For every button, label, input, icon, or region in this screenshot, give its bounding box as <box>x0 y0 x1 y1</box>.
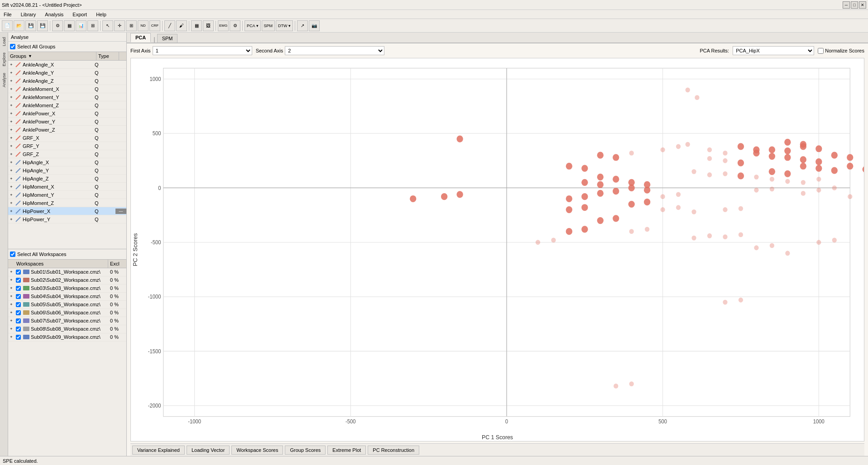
normalize-checkbox[interactable] <box>818 48 824 54</box>
group-row-2[interactable]: + AnkleAngle_Z Q <box>8 77 126 85</box>
grid-button[interactable]: ⊞ <box>87 20 98 31</box>
matrix-button[interactable]: ▦ <box>191 20 202 31</box>
svg-text:-500: -500 <box>151 239 161 245</box>
svg-point-123 <box>816 177 821 182</box>
group-row-12[interactable]: + HipAngle_X Q <box>8 158 126 166</box>
group-row-1[interactable]: + AnkleAngle_Y Q <box>8 69 126 77</box>
menu-file[interactable]: File <box>2 11 14 18</box>
group-type-1: Q <box>93 70 115 76</box>
new-button[interactable]: 📄 <box>2 20 13 31</box>
group-row-5[interactable]: + AnkleMoment_Z Q <box>8 101 126 109</box>
tab-pca[interactable]: PCA <box>130 33 151 43</box>
group-row-4[interactable]: + AnkleMoment_Y Q <box>8 93 126 101</box>
ws-checkbox-8[interactable] <box>16 335 21 340</box>
group-row-0[interactable]: + AnkleAngle_X Q <box>8 61 126 69</box>
image-button[interactable]: 🖼 <box>203 20 214 31</box>
first-axis-select[interactable]: 123 <box>153 46 252 55</box>
ws-row-0[interactable]: + Sub01\Sub01_Workspace.cmz\ 0 % <box>8 268 126 276</box>
select-all-workspaces-checkbox[interactable] <box>10 251 15 257</box>
ws-row-5[interactable]: + Sub06\Sub06_Workspace.cmz\ 0 % <box>8 309 126 317</box>
group-row-19[interactable]: + HipPower_Y Q <box>8 215 126 223</box>
menu-analysis[interactable]: Analysis <box>43 11 65 18</box>
spm-button[interactable]: SPM <box>262 20 275 31</box>
open-button[interactable]: 📂 <box>14 20 24 31</box>
group-row-6[interactable]: + AnklePower_X Q <box>8 109 126 118</box>
group-action-18[interactable]: — <box>115 209 126 214</box>
group-row-3[interactable]: + AnkleMoment_X Q <box>8 85 126 93</box>
pca-results-select[interactable]: PCA_HipX <box>733 46 814 55</box>
camera-button[interactable]: 📷 <box>309 20 320 31</box>
group-row-18[interactable]: + HipPower_X Q — <box>8 207 126 215</box>
group-row-16[interactable]: + HipMoment_Y Q <box>8 191 126 199</box>
ws-row-1[interactable]: + Sub02\Sub02_Workspace.cmz\ 0 % <box>8 276 126 285</box>
menu-help[interactable]: Help <box>94 11 108 18</box>
group-row-9[interactable]: + GRF_X Q <box>8 134 126 142</box>
group-row-11[interactable]: + GRF_Z Q <box>8 150 126 158</box>
save-button[interactable]: 💾 <box>25 20 36 31</box>
select-all-groups-checkbox[interactable] <box>10 44 15 49</box>
save-as-button[interactable]: 💾 <box>37 20 48 31</box>
group-row-8[interactable]: + AnklePower_Z Q <box>8 126 126 134</box>
ws-check-4 <box>14 302 22 307</box>
ws-checkbox-3[interactable] <box>16 294 21 299</box>
emg-button[interactable]: EMG <box>218 20 229 31</box>
pca-button[interactable]: PCA ▾ <box>245 20 261 31</box>
ws-checkbox-4[interactable] <box>16 302 21 307</box>
group-row-15[interactable]: + HipMoment_X Q <box>8 183 126 191</box>
line-button[interactable]: ╱ <box>164 20 175 31</box>
group-button[interactable]: ⊞ <box>126 20 137 31</box>
side-tab-analyse[interactable]: Analyse <box>1 70 7 90</box>
ws-row-3[interactable]: + Sub04\Sub04_Workspace.cmz\ 0 % <box>8 293 126 301</box>
menu-library[interactable]: Library <box>19 11 38 18</box>
bottom-tab-extreme[interactable]: Extreme Plot <box>327 446 366 455</box>
ws-row-8[interactable]: + Sub09\Sub09_Workspace.cmz\ 0 % <box>8 333 126 342</box>
maximize-button[interactable]: □ <box>851 1 858 9</box>
group-row-17[interactable]: + HipMoment_Z Q <box>8 199 126 207</box>
title-text: Sift v2024.08.21 - <Untitled Project> <box>2 2 82 8</box>
tab-spm[interactable]: SPM <box>157 34 178 43</box>
ws-checkbox-6[interactable] <box>16 318 21 323</box>
crf-button[interactable]: CRF <box>149 20 160 31</box>
ws-row-7[interactable]: + Sub08\Sub08_Workspace.cmz\ 0 % <box>8 325 126 333</box>
settings-button[interactable]: ⚙ <box>52 20 63 31</box>
side-tab-explore[interactable]: Explore <box>1 50 7 69</box>
group-row-10[interactable]: + GRF_Y Q <box>8 142 126 150</box>
bottom-tab-loading[interactable]: Loading Vector <box>187 446 230 455</box>
nd-button[interactable]: ND <box>138 20 149 31</box>
chart-button[interactable]: 📊 <box>76 20 86 31</box>
ws-checkbox-1[interactable] <box>16 278 21 283</box>
close-button[interactable]: ✕ <box>859 1 866 9</box>
side-tab-load[interactable]: Load <box>1 34 7 49</box>
dtw-button[interactable]: DTW ▾ <box>276 20 293 31</box>
group-row-14[interactable]: + HipAngle_Z Q <box>8 175 126 183</box>
svg-text:-1500: -1500 <box>148 348 161 354</box>
ws-checkbox-7[interactable] <box>16 327 21 332</box>
select-button[interactable]: ↖ <box>102 20 113 31</box>
ws-checkbox-2[interactable] <box>16 286 21 291</box>
bottom-tab-pc-recon[interactable]: PC Reconstruction <box>368 446 419 455</box>
menu-export[interactable]: Export <box>71 11 89 18</box>
svg-line-13 <box>16 168 20 173</box>
bottom-tab-ws-scores[interactable]: Workspace Scores <box>231 446 283 455</box>
bottom-tab-group-scores[interactable]: Group Scores <box>285 446 326 455</box>
bottom-tab-variance[interactable]: Variance Explained <box>132 446 185 455</box>
export-button[interactable]: ↗ <box>297 20 308 31</box>
svg-point-91 <box>597 152 604 159</box>
ws-checkbox-0[interactable] <box>16 270 21 275</box>
title-bar-buttons: ─ □ ✕ <box>843 1 866 9</box>
table-button[interactable]: ▦ <box>64 20 75 31</box>
group-row-13[interactable]: + HipAngle_Y Q <box>8 166 126 175</box>
ws-row-2[interactable]: + Sub03\Sub03_Workspace.cmz\ 0 % <box>8 285 126 293</box>
ws-row-6[interactable]: + Sub07\Sub07_Workspace.cmz\ 0 % <box>8 317 126 325</box>
ws-checkbox-5[interactable] <box>16 310 21 315</box>
svg-line-11 <box>16 152 20 157</box>
second-axis-select[interactable]: 123 <box>285 46 384 55</box>
svg-point-137 <box>661 207 665 212</box>
group-row-7[interactable]: + AnklePower_Y Q <box>8 118 126 126</box>
svg-point-80 <box>738 143 744 150</box>
ws-row-4[interactable]: + Sub05\Sub05_Workspace.cmz\ 0 % <box>8 301 126 309</box>
plugin-button[interactable]: ⚙ <box>230 20 240 31</box>
paint-button[interactable]: 🖌 <box>176 20 187 31</box>
cursor-button[interactable]: ✛ <box>114 20 125 31</box>
minimize-button[interactable]: ─ <box>843 1 850 9</box>
